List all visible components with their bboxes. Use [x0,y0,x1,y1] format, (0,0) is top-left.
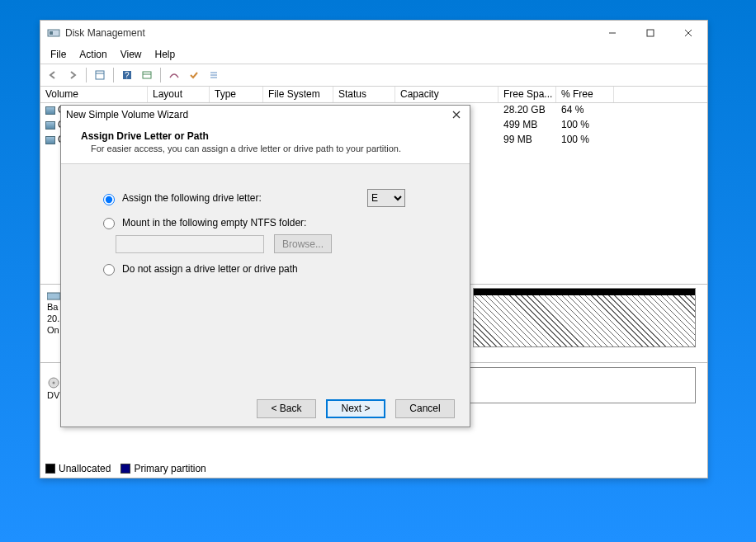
legend: Unallocated Primary partition [45,463,206,474]
volume-icon [45,106,55,115]
wizard-title: New Simple Volume Wizard [66,109,448,120]
minimize-button[interactable] [593,21,631,45]
col-volume[interactable]: Volume [40,87,148,102]
wizard-heading: Assign Drive Letter or Path [81,130,453,142]
radio-mount-folder[interactable] [103,218,115,229]
menubar: File Action View Help [40,45,707,64]
wizard-header: Assign Drive Letter or Path For easier a… [61,124,470,164]
settings-icon[interactable] [165,66,183,84]
disk0-meta: Ba 20. On [47,290,60,336]
volume-icon [45,136,55,144]
app-icon [47,26,60,40]
radio-assign-letter[interactable] [103,194,115,205]
svg-point-17 [53,382,55,384]
toolbar: ? [40,64,707,87]
properties-icon[interactable] [185,66,203,84]
menu-action[interactable]: Action [73,47,113,62]
maximize-button[interactable] [631,21,669,45]
cdrom-meta: DV [47,377,60,400]
col-capacity[interactable]: Capacity [395,87,498,102]
help-icon[interactable]: ? [118,66,136,84]
label-no-assign: Do not assign a drive letter or drive pa… [122,263,298,275]
col-pctfree[interactable]: % Free [556,87,614,102]
menu-view[interactable]: View [114,47,149,62]
legend-unallocated-swatch [45,464,55,474]
svg-rect-10 [143,72,151,78]
rescan-icon[interactable] [138,66,156,84]
col-type[interactable]: Type [210,87,263,102]
col-layout[interactable]: Layout [148,87,210,102]
svg-rect-15 [47,293,60,299]
disk0-partition-unallocated[interactable] [473,288,696,347]
next-button[interactable]: Next > [326,399,385,418]
legend-unallocated-label: Unallocated [59,463,111,474]
back-icon[interactable] [44,66,62,84]
volume-icon [45,121,55,130]
legend-primary-swatch [120,464,130,474]
browse-button: Browse... [274,234,332,253]
drive-letter-select[interactable]: E [367,189,405,207]
wizard-footer: < Back Next > Cancel [61,390,470,427]
label-assign-letter: Assign the following drive letter: [122,192,262,204]
mount-folder-input [116,235,264,253]
back-button[interactable]: < Back [257,399,316,418]
menu-help[interactable]: Help [149,47,182,62]
list-icon[interactable] [205,66,223,84]
menu-file[interactable]: File [44,47,73,62]
svg-rect-1 [50,31,53,35]
refresh-icon[interactable] [91,66,109,84]
svg-rect-6 [96,71,104,79]
svg-rect-3 [647,30,654,36]
col-freespace[interactable]: Free Spa... [498,87,556,102]
svg-text:?: ? [125,71,130,80]
window-title: Disk Management [65,27,593,39]
cancel-button[interactable]: Cancel [395,399,455,418]
forward-icon[interactable] [64,66,82,84]
wizard-close-button[interactable] [448,108,465,121]
titlebar: Disk Management [40,21,707,45]
wizard-body: Assign the following drive letter: E Mou… [61,164,470,390]
radio-no-assign[interactable] [103,264,115,276]
legend-primary-label: Primary partition [134,463,206,474]
col-status[interactable]: Status [333,87,395,102]
wizard-subheading: For easier access, you can assign a driv… [91,144,453,153]
volume-list-header: Volume Layout Type File System Status Ca… [40,87,707,103]
new-simple-volume-wizard: New Simple Volume Wizard Assign Drive Le… [60,105,470,427]
label-mount-folder: Mount in the following empty NTFS folder… [122,217,306,229]
close-button[interactable] [669,21,707,45]
wizard-titlebar: New Simple Volume Wizard [61,106,470,124]
col-filesystem[interactable]: File System [263,87,333,102]
